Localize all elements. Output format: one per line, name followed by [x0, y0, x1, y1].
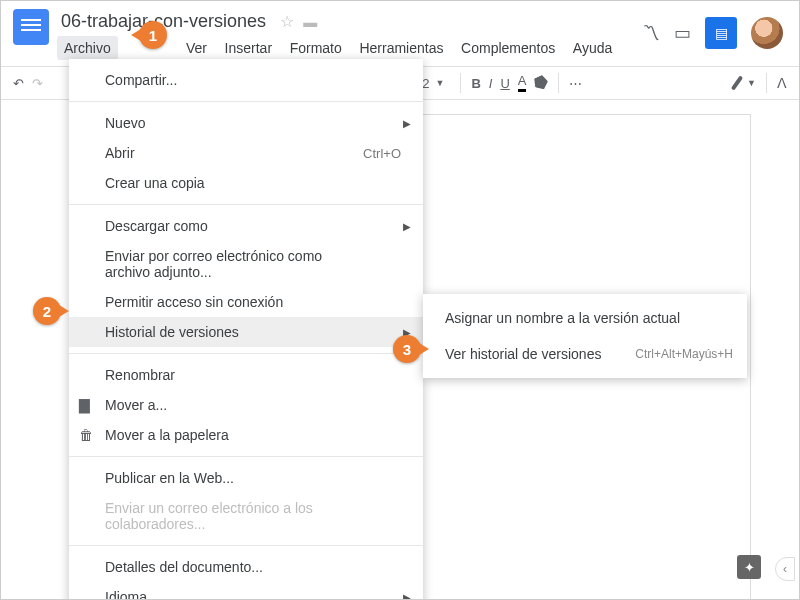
trash-icon: 🗑 — [79, 427, 93, 443]
menu-publicar-web[interactable]: Publicar en la Web... — [69, 463, 423, 493]
historial-submenu: Asignar un nombre a la versión actual Ve… — [423, 294, 747, 378]
shortcut-label: Ctrl+O — [363, 146, 401, 161]
annotation-badge-2: 2 — [33, 297, 61, 325]
menu-email-colaboradores: Enviar un correo electrónico a los colab… — [69, 493, 423, 539]
menu-historial-versiones[interactable]: Historial de versiones▶ — [69, 317, 423, 347]
menu-formato[interactable]: Formato — [283, 36, 349, 60]
menu-papelera[interactable]: 🗑Mover a la papelera — [69, 420, 423, 450]
menu-herramientas[interactable]: Herramientas — [352, 36, 450, 60]
submenu-arrow-icon: ▶ — [403, 118, 411, 129]
redo-button[interactable]: ↷ — [32, 76, 43, 91]
explore-button[interactable]: ✦ — [737, 555, 761, 579]
menu-renombrar[interactable]: Renombrar — [69, 360, 423, 390]
annotation-badge-3: 3 — [393, 335, 421, 363]
menu-ayuda[interactable]: Ayuda — [566, 36, 619, 60]
submenu-ver-historial[interactable]: Ver historial de versiones Ctrl+Alt+Mayú… — [423, 336, 747, 372]
menu-mover[interactable]: ▇Mover a... — [69, 390, 423, 420]
menu-descargar[interactable]: Descargar como▶ — [69, 211, 423, 241]
editing-mode-icon[interactable] — [731, 75, 743, 90]
menu-detalles-documento[interactable]: Detalles del documento... — [69, 552, 423, 582]
underline-button[interactable]: U — [500, 76, 509, 91]
analytics-icon[interactable]: 〽 — [642, 23, 660, 44]
star-icon[interactable]: ☆ — [280, 13, 294, 30]
menu-complementos[interactable]: Complementos — [454, 36, 562, 60]
folder-icon[interactable]: ▬ — [303, 14, 317, 30]
highlight-button[interactable] — [532, 74, 551, 93]
share-button[interactable]: ▤ — [705, 17, 737, 49]
docs-logo-icon[interactable] — [13, 9, 49, 45]
menu-abrir[interactable]: AbrirCtrl+O — [69, 138, 423, 168]
submenu-arrow-icon: ▶ — [403, 592, 411, 601]
submenu-arrow-icon: ▶ — [403, 221, 411, 232]
user-avatar[interactable] — [751, 17, 783, 49]
collapse-toolbar-button[interactable]: ᐱ — [777, 75, 787, 91]
italic-button[interactable]: I — [489, 76, 493, 91]
submenu-nombrar-version[interactable]: Asignar un nombre a la versión actual — [423, 300, 747, 336]
more-toolbar-button[interactable]: ⋯ — [569, 76, 582, 91]
menu-idioma[interactable]: Idioma▶ — [69, 582, 423, 600]
menu-enviar-adjunto[interactable]: Enviar por correo electrónico como archi… — [69, 241, 423, 287]
shortcut-label: Ctrl+Alt+Mayús+H — [635, 347, 733, 361]
archivo-dropdown: Compartir... Nuevo▶ AbrirCtrl+O Crear un… — [69, 59, 423, 600]
annotation-badge-1: 1 — [139, 21, 167, 49]
comments-icon[interactable]: ▭ — [674, 22, 691, 44]
menu-insertar[interactable]: Insertar — [218, 36, 279, 60]
menu-nuevo[interactable]: Nuevo▶ — [69, 108, 423, 138]
undo-button[interactable]: ↶ — [13, 76, 24, 91]
menu-sin-conexion[interactable]: Permitir acceso sin conexión — [69, 287, 423, 317]
text-color-button[interactable]: A — [518, 74, 527, 92]
menu-compartir[interactable]: Compartir... — [69, 65, 423, 95]
menu-archivo[interactable]: Archivo — [57, 36, 118, 60]
editing-mode-dropdown-icon[interactable]: ▼ — [747, 78, 756, 88]
folder-icon: ▇ — [79, 397, 90, 413]
bold-button[interactable]: B — [471, 76, 480, 91]
font-size-dropdown-icon[interactable]: ▼ — [435, 78, 444, 88]
menu-crear-copia[interactable]: Crear una copia — [69, 168, 423, 198]
side-panel-toggle[interactable]: ‹ — [775, 557, 795, 581]
menu-ver[interactable]: Ver — [179, 36, 214, 60]
